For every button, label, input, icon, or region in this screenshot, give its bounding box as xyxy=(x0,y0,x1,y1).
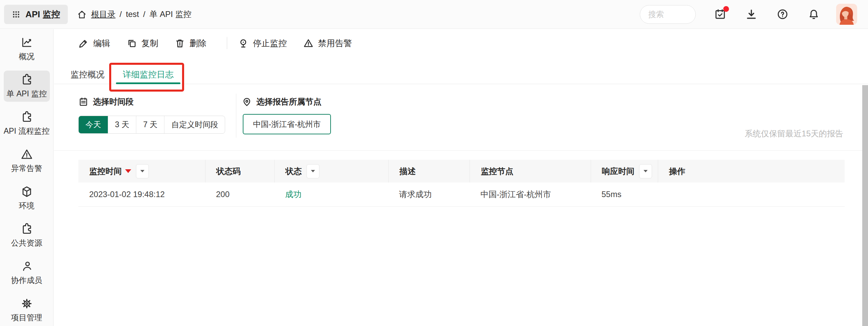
bell-icon xyxy=(808,8,820,20)
column-header-status-code: 状态码 xyxy=(205,160,274,183)
time-option-3-days[interactable]: 3 天 xyxy=(108,116,136,133)
main-content: 编辑 复制 删除 停止监控 禁用告警 xyxy=(54,29,868,326)
time-option-7-days[interactable]: 7 天 xyxy=(136,116,164,133)
breadcrumb: 根目录 / test / 单 API 监控 xyxy=(77,9,192,20)
tab-label: 详细监控日志 xyxy=(123,70,174,79)
sidebar-item-project-settings[interactable]: 项目管理 xyxy=(4,294,50,326)
member-icon xyxy=(20,260,33,273)
retention-note: 系统仅保留最近15天的报告 xyxy=(745,128,843,139)
puzzle-icon xyxy=(20,111,33,123)
chevron-down-icon xyxy=(311,170,315,172)
time-range-label: 选择时间段 xyxy=(78,96,134,107)
chevron-down-icon xyxy=(644,170,648,172)
copy-button[interactable]: 复制 xyxy=(126,38,158,49)
column-label: 操作 xyxy=(669,166,685,177)
help-button[interactable] xyxy=(776,7,789,21)
line-chart-icon xyxy=(20,36,33,49)
column-header-description: 描述 xyxy=(388,160,470,183)
edit-button[interactable]: 编辑 xyxy=(78,38,110,49)
column-header-actions: 操作 xyxy=(658,160,845,183)
vertical-scrollbar[interactable] xyxy=(862,85,868,326)
breadcrumb-separator: / xyxy=(120,9,122,19)
download-icon xyxy=(745,8,757,20)
table-row[interactable]: 2023-01-02 19:48:12 200 成功 请求成功 中国-浙江省-杭… xyxy=(78,183,845,207)
copy-label: 复制 xyxy=(141,38,158,49)
breadcrumb-separator: / xyxy=(143,9,145,19)
breadcrumb-page: 单 API 监控 xyxy=(150,9,192,20)
topbar: API 监控 根目录 / test / 单 API 监控 xyxy=(0,0,868,29)
column-label: 状态 xyxy=(285,166,302,177)
cell-status-code: 200 xyxy=(205,183,274,206)
copy-icon xyxy=(126,38,137,49)
column-label: 监控时间 xyxy=(89,166,122,177)
tab-monitor-overview[interactable]: 监控概况 xyxy=(64,67,111,84)
filter-dropdown-button[interactable] xyxy=(136,164,149,178)
report-node-label: 选择报告所属节点 xyxy=(242,96,321,107)
breadcrumb-root-link[interactable]: 根目录 xyxy=(91,9,116,20)
sidebar-item-shared-resources[interactable]: 公共资源 xyxy=(4,220,50,251)
sidebar-item-label: 公共资源 xyxy=(11,238,42,248)
sidebar-item-label: 协作成员 xyxy=(11,275,42,286)
column-label: 监控节点 xyxy=(481,166,513,177)
notifications-button[interactable] xyxy=(807,7,821,21)
home-icon xyxy=(77,9,87,20)
sidebar-item-overview[interactable]: 概况 xyxy=(4,33,50,64)
warning-triangle-icon xyxy=(303,38,314,49)
sidebar-item-label: API 流程监控 xyxy=(4,126,50,136)
cell-description: 请求成功 xyxy=(388,183,470,206)
sidebar-item-single-api-monitor[interactable]: 单 API 监控 xyxy=(4,71,50,102)
monitor-log-table: 监控时间 状态码 状态 描述 监控节点 响应时 xyxy=(78,160,845,207)
cube-icon xyxy=(20,185,33,198)
column-label: 描述 xyxy=(399,166,416,177)
cell-response-time: 55ms xyxy=(591,183,658,206)
disable-alert-button[interactable]: 禁用告警 xyxy=(303,38,352,49)
tab-detail-log[interactable]: 详细监控日志 xyxy=(116,67,180,84)
sidebar-item-label: 异常告警 xyxy=(11,163,42,174)
avatar-illustration-icon xyxy=(836,4,857,25)
edit-label: 编辑 xyxy=(93,38,110,49)
breadcrumb-folder: test xyxy=(126,9,139,19)
unread-badge xyxy=(723,6,729,12)
sidebar-item-api-flow-monitor[interactable]: API 流程监控 xyxy=(4,108,50,139)
app-switcher-chip[interactable]: API 监控 xyxy=(4,5,68,24)
sidebar-item-members[interactable]: 协作成员 xyxy=(4,257,50,288)
column-header-response-time: 响应时间 xyxy=(591,160,658,183)
sidebar-item-environment[interactable]: 环境 xyxy=(4,183,50,214)
stop-monitor-label: 停止监控 xyxy=(253,38,287,49)
puzzle-icon xyxy=(20,73,33,86)
trash-icon xyxy=(175,38,185,49)
disable-alert-label: 禁用告警 xyxy=(318,38,352,49)
app-title: API 监控 xyxy=(25,8,60,20)
toolbar: 编辑 复制 删除 停止监控 禁用告警 xyxy=(78,35,368,52)
tab-label: 监控概况 xyxy=(71,70,104,79)
filter-dropdown-button[interactable] xyxy=(307,164,319,178)
download-button[interactable] xyxy=(745,7,758,21)
report-node-select-button[interactable]: 中国-浙江省-杭州市 xyxy=(243,114,331,134)
report-check-button[interactable] xyxy=(713,7,727,21)
sidebar-item-alerts[interactable]: 异常告警 xyxy=(4,145,50,176)
chevron-down-icon xyxy=(140,170,144,172)
cell-actions xyxy=(658,183,845,206)
active-tab-underline xyxy=(116,82,180,84)
location-pin-icon xyxy=(242,97,252,107)
sort-desc-icon[interactable] xyxy=(125,169,131,173)
time-option-today[interactable]: 今天 xyxy=(79,116,108,133)
column-header-node: 监控节点 xyxy=(470,160,591,183)
filter-divider xyxy=(236,94,236,138)
webcam-monitor-icon xyxy=(238,38,249,49)
warning-triangle-icon xyxy=(20,148,33,161)
delete-label: 删除 xyxy=(190,38,206,49)
filter-dropdown-button[interactable] xyxy=(639,164,652,178)
gear-icon xyxy=(20,297,33,310)
sidebar-item-label: 单 API 监控 xyxy=(6,89,47,99)
puzzle-icon xyxy=(20,223,33,235)
user-avatar[interactable] xyxy=(836,4,857,25)
sidebar: 概况 单 API 监控 API 流程监控 异常告警 环境 公共资源 协作成员 xyxy=(0,29,54,326)
delete-button[interactable]: 删除 xyxy=(175,38,206,49)
time-option-custom[interactable]: 自定义时间段 xyxy=(164,116,225,133)
pencil-icon xyxy=(78,38,89,49)
stop-monitor-button[interactable]: 停止监控 xyxy=(238,38,287,49)
tabs: 监控概况 详细监控日志 xyxy=(64,67,185,84)
grid-menu-icon xyxy=(12,10,21,19)
search-input[interactable] xyxy=(640,5,696,24)
